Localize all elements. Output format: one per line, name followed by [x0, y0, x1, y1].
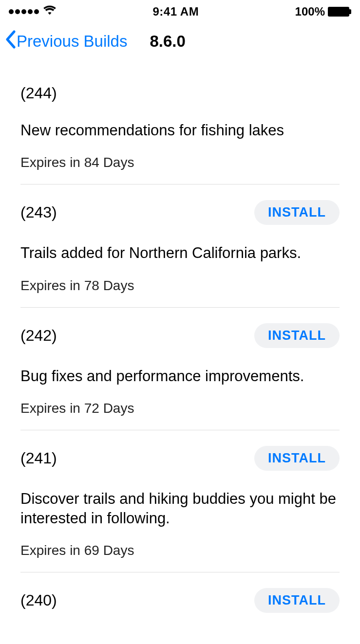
build-number: (242)	[20, 327, 57, 345]
install-button[interactable]: INSTALL	[254, 323, 340, 348]
build-expiry: Expires in 72 Days	[20, 401, 340, 416]
install-button[interactable]: INSTALL	[254, 588, 340, 613]
page-title: 8.6.0	[150, 32, 185, 51]
status-time: 9:41 AM	[152, 5, 199, 18]
back-label: Previous Builds	[17, 32, 127, 51]
back-button[interactable]: Previous Builds	[5, 30, 127, 52]
build-header: (243)INSTALL	[20, 200, 340, 225]
wifi-icon	[43, 5, 57, 18]
builds-list: (244)New recommendations for fishing lak…	[0, 69, 360, 626]
status-bar: 9:41 AM 100%	[0, 0, 360, 19]
build-item: (241)INSTALLDiscover trails and hiking b…	[20, 430, 340, 573]
nav-bar: Previous Builds 8.6.0	[0, 19, 360, 69]
build-header: (244)	[20, 84, 340, 102]
build-description: Trails added for Northern California par…	[20, 243, 340, 263]
signal-strength-icon	[9, 9, 39, 14]
build-number: (244)	[20, 84, 57, 102]
build-item: (242)INSTALLBug fixes and performance im…	[20, 308, 340, 430]
build-item: (240)INSTALL	[20, 572, 340, 626]
status-left	[9, 5, 57, 18]
build-description: Bug fixes and performance improvements.	[20, 367, 340, 386]
build-description: New recommendations for fishing lakes	[20, 121, 340, 140]
install-button[interactable]: INSTALL	[254, 200, 340, 225]
build-item: (243)INSTALLTrails added for Northern Ca…	[20, 184, 340, 307]
build-number: (240)	[20, 591, 57, 609]
build-expiry: Expires in 78 Days	[20, 278, 340, 294]
battery-percent: 100%	[295, 5, 325, 18]
chevron-left-icon	[5, 30, 16, 52]
build-expiry: Expires in 84 Days	[20, 155, 340, 170]
build-header: (242)INSTALL	[20, 323, 340, 348]
build-description: Discover trails and hiking buddies you m…	[20, 489, 340, 529]
build-item: (244)New recommendations for fishing lak…	[20, 69, 340, 184]
build-number: (243)	[20, 203, 57, 221]
build-header: (240)INSTALL	[20, 588, 340, 613]
build-number: (241)	[20, 449, 57, 467]
status-right: 100%	[295, 5, 351, 18]
install-button[interactable]: INSTALL	[254, 446, 340, 471]
battery-icon	[328, 7, 351, 17]
build-expiry: Expires in 69 Days	[20, 543, 340, 558]
build-header: (241)INSTALL	[20, 446, 340, 471]
